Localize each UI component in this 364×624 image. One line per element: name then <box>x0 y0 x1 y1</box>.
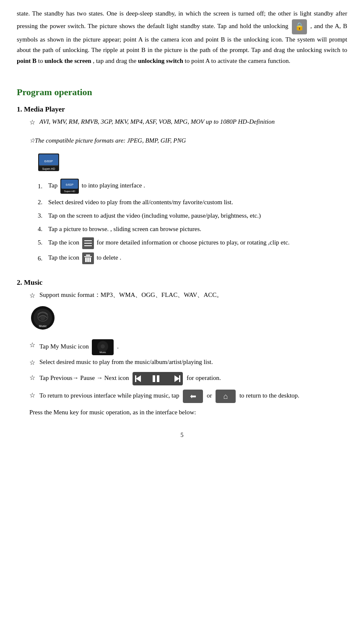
step-4-num: 4. <box>38 224 48 234</box>
music-icon-inline: Music <box>92 339 114 355</box>
svg-rect-12 <box>84 245 92 246</box>
step-3-num: 3. <box>38 211 48 221</box>
svg-text:6/60P: 6/60P <box>44 159 53 163</box>
star-icon-select-music: ☆ <box>29 357 35 368</box>
picture-formats-star-item: ☆The compatible picture formats are: JPE… <box>29 135 347 146</box>
delete-icon <box>82 252 94 264</box>
tap-controls-star-item: ☆ Tap Previous→ Pause → Next icon for op… <box>29 372 347 385</box>
step-6-num: 6. <box>38 253 48 263</box>
music-formats-text: Support music format：MP3、WMA、OGG、FLAC、WA… <box>39 290 223 300</box>
music-icon-container: Music <box>29 305 347 335</box>
svg-rect-30 <box>135 375 136 382</box>
step-3: 3. Tap on the screen to adjust the video… <box>38 211 347 221</box>
step-6: 6. Tap the icon to delete . <box>38 252 347 264</box>
step-2: 2. Select desired video to play from the… <box>38 197 347 207</box>
press-menu-text: Press the Menu key for music operation, … <box>29 407 347 418</box>
step-6-text: Tap the icon to delete . <box>48 252 121 264</box>
step-3-text: Tap on the screen to adjust the video (i… <box>48 211 261 221</box>
back-button-icon: ⬅ <box>183 390 203 403</box>
star-icon-return: ☆ <box>29 390 35 401</box>
music-app-icon: Music <box>29 305 56 332</box>
svg-rect-11 <box>84 243 92 244</box>
step-1: 1. Tap 6/60P Super-HD to into playing in… <box>38 179 347 194</box>
program-operation-heading: Program operation <box>17 85 347 99</box>
music-heading: 2. Music <box>17 277 347 288</box>
tap-controls-text: Tap Previous→ Pause → Next icon for oper… <box>39 372 221 385</box>
svg-rect-32 <box>157 375 159 382</box>
tap-my-music-star-item: ☆ Tap My Music icon Music . <box>29 339 347 355</box>
home-button-icon: ⌂ <box>216 390 236 403</box>
svg-rect-15 <box>84 256 92 257</box>
select-music-star-item: ☆ Select desired music to play from the … <box>29 357 347 368</box>
return-star-item: ☆ To return to previous interface while … <box>29 390 347 403</box>
media-player-heading: 1. Media Player <box>17 104 347 115</box>
step-4-text: Tap a picture to browse. , sliding scree… <box>48 224 201 234</box>
star-icon-controls: ☆ <box>29 372 35 383</box>
star-icon-tap-music: ☆ <box>29 340 35 351</box>
svg-point-26 <box>101 344 105 348</box>
svg-text:Music: Music <box>39 325 47 328</box>
svg-rect-18 <box>89 257 91 262</box>
svg-text:⌂: ⌂ <box>224 392 228 400</box>
to-text-1: to <box>38 57 43 64</box>
star-icon-music: ☆ <box>29 290 35 301</box>
lock-icon: 🔒 <box>292 19 307 34</box>
formats-text: AVI, WMV, RM, RMVB, 3GP, MKV, MP4, ASF, … <box>39 117 275 127</box>
select-music-text: Select desired music to play from the mu… <box>39 357 213 367</box>
step-5: 5. Tap the icon for more detailed inform… <box>38 237 347 249</box>
picture-formats-text: ☆The compatible picture formats are: JPE… <box>29 135 186 146</box>
return-text: To return to previous interface while pl… <box>39 390 299 403</box>
svg-text:Super-HD: Super-HD <box>42 167 55 171</box>
page-number: 5 <box>17 431 347 440</box>
step-4: 4. Tap a picture to browse. , sliding sc… <box>38 224 347 234</box>
star-icon-1: ☆ <box>29 117 35 128</box>
svg-rect-34 <box>179 375 180 382</box>
bold-unlock-screen: unlock the screen <box>44 57 91 64</box>
step-2-num: 2. <box>38 197 48 207</box>
intro-paragraph: state. The standby has two states. One i… <box>17 8 347 66</box>
step-5-num: 5. <box>38 237 48 247</box>
step-1-text: Tap 6/60P Super-HD to into playing inter… <box>48 179 145 194</box>
svg-text:6/60P: 6/60P <box>66 183 74 186</box>
playback-controls-icon <box>133 372 183 385</box>
bold-point-b: point B <box>17 57 36 64</box>
video-app-icon: 6/60P Super-HD <box>38 153 60 172</box>
svg-rect-10 <box>84 240 92 241</box>
step-1-num: 1. <box>38 181 48 191</box>
music-formats-star-item: ☆ Support music format：MP3、WMA、OGG、FLAC、… <box>29 290 347 301</box>
svg-rect-31 <box>153 375 155 382</box>
video-player-icon: 6/60P Super-HD <box>60 179 79 194</box>
svg-rect-16 <box>85 257 87 262</box>
comma-text: , tap and drag the <box>93 57 136 64</box>
formats-star-item: ☆ AVI, WMV, RM, RMVB, 3GP, MKV, MP4, ASF… <box>29 117 347 128</box>
tap-my-music-text: Tap My Music icon Music . <box>39 339 119 355</box>
step-5-text: Tap the icon for more detailed informati… <box>48 237 290 249</box>
svg-text:Music: Music <box>100 351 107 354</box>
bold-unlocking-switch: unlocking switch <box>138 57 183 64</box>
svg-rect-17 <box>87 257 89 262</box>
to-text-2: to point A to activate the camera functi… <box>185 57 291 64</box>
svg-text:Super-HD: Super-HD <box>64 190 75 192</box>
step-2-text: Select desired video to play from the al… <box>48 197 233 207</box>
svg-text:⬅: ⬅ <box>190 392 196 400</box>
svg-rect-14 <box>86 255 90 256</box>
media-player-steps: 1. Tap 6/60P Super-HD to into playing in… <box>38 179 347 264</box>
video-icon-container: 6/60P Super-HD <box>38 153 347 174</box>
menu-icon <box>82 237 94 249</box>
